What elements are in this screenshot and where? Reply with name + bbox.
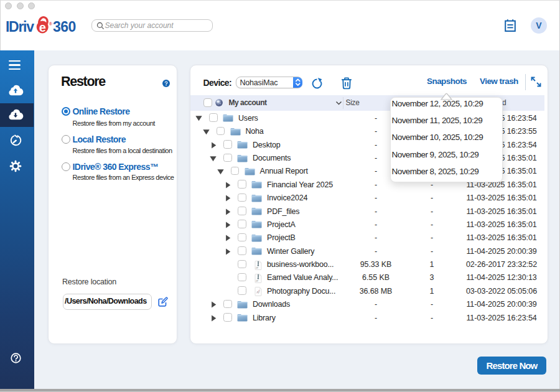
svg-text:e: e bbox=[39, 21, 46, 34]
svg-text:ZIP: ZIP bbox=[256, 267, 258, 269]
svg-text:ZIP: ZIP bbox=[256, 280, 258, 282]
